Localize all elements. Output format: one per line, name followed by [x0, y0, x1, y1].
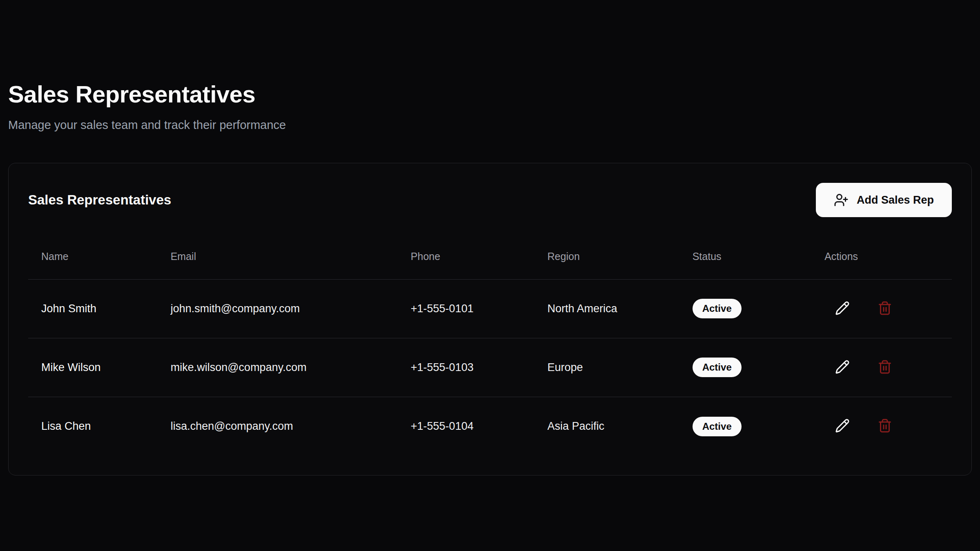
rep-name: John Smith [28, 279, 158, 338]
rep-region: Europe [535, 338, 679, 397]
column-header-name: Name [28, 233, 158, 279]
rep-actions-cell [811, 279, 952, 338]
pencil-icon [835, 360, 850, 375]
rep-region: North America [535, 279, 679, 338]
card-header: Sales Representatives Add Sales Rep [28, 183, 952, 217]
column-header-phone: Phone [398, 233, 535, 279]
page-subtitle: Manage your sales team and track their p… [8, 118, 972, 132]
user-plus-icon [834, 193, 849, 207]
sales-reps-card: Sales Representatives Add Sales Rep [8, 163, 972, 475]
rep-phone: +1-555-0101 [398, 279, 535, 338]
rep-status-cell: Active [679, 338, 811, 397]
column-header-region: Region [535, 233, 679, 279]
delete-button[interactable] [877, 359, 893, 375]
column-header-actions: Actions [811, 233, 952, 279]
edit-button[interactable] [834, 300, 851, 317]
rep-email: mike.wilson@company.com [158, 338, 398, 397]
rep-name: Mike Wilson [28, 338, 158, 397]
column-header-status: Status [679, 233, 811, 279]
pencil-icon [835, 418, 850, 434]
rep-email: lisa.chen@company.com [158, 397, 398, 455]
trash-icon [878, 301, 892, 317]
edit-button[interactable] [834, 359, 851, 375]
status-badge: Active [693, 299, 742, 318]
table-row: John Smith john.smith@company.com +1-555… [28, 279, 952, 338]
table-row: Lisa Chen lisa.chen@company.com +1-555-0… [28, 397, 952, 455]
rep-region: Asia Pacific [535, 397, 679, 455]
card-title: Sales Representatives [28, 192, 171, 208]
delete-button[interactable] [877, 418, 893, 435]
rep-phone: +1-555-0103 [398, 338, 535, 397]
trash-icon [878, 418, 892, 434]
pencil-icon [835, 301, 850, 317]
add-sales-rep-label: Add Sales Rep [857, 194, 934, 207]
page-title: Sales Representatives [8, 81, 972, 108]
table-row: Mike Wilson mike.wilson@company.com +1-5… [28, 338, 952, 397]
rep-actions-cell [811, 397, 952, 455]
sales-reps-page: Sales Representatives Manage your sales … [0, 0, 980, 475]
rep-status-cell: Active [679, 397, 811, 455]
edit-button[interactable] [834, 418, 851, 435]
status-badge: Active [693, 417, 742, 436]
table-header-row: Name Email Phone Region Status Actions [28, 233, 952, 279]
row-actions [824, 300, 939, 317]
status-badge: Active [693, 358, 742, 377]
rep-email: john.smith@company.com [158, 279, 398, 338]
trash-icon [878, 360, 892, 375]
column-header-email: Email [158, 233, 398, 279]
row-actions [824, 359, 939, 375]
row-actions [824, 418, 939, 435]
rep-name: Lisa Chen [28, 397, 158, 455]
delete-button[interactable] [877, 300, 893, 317]
rep-phone: +1-555-0104 [398, 397, 535, 455]
rep-actions-cell [811, 338, 952, 397]
rep-status-cell: Active [679, 279, 811, 338]
add-sales-rep-button[interactable]: Add Sales Rep [816, 183, 952, 217]
sales-reps-table: Name Email Phone Region Status Actions J… [28, 233, 952, 455]
